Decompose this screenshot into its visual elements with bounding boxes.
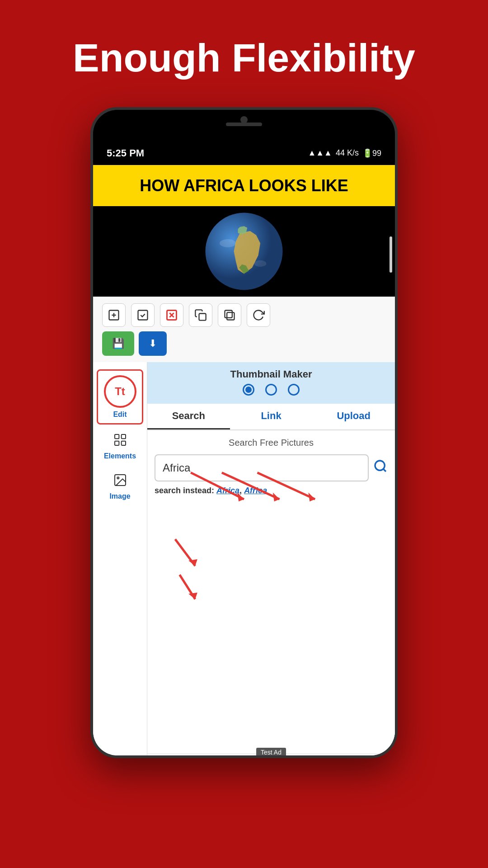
save-button[interactable]: 💾 <box>102 331 134 356</box>
search-instead-link-1[interactable]: Africa <box>216 486 239 495</box>
svg-point-3 <box>220 239 236 247</box>
sidebar-item-image-label: Image <box>109 492 130 500</box>
banner: HOW AFRICA LOOKS LIKE <box>93 165 395 206</box>
svg-rect-18 <box>115 441 119 445</box>
status-bar: 5:25 PM ▲▲▲ 44 K/s 🔋99 <box>93 142 395 165</box>
phone-frame: 5:25 PM ▲▲▲ 44 K/s 🔋99 HOW AFRICA LOOKS … <box>90 107 398 758</box>
refresh-button[interactable] <box>247 303 270 327</box>
earth-image-area <box>93 206 395 297</box>
main-content: Tt Edit Elements <box>93 362 395 755</box>
phone-speaker <box>226 123 262 126</box>
earth-globe <box>203 211 285 292</box>
banner-text: HOW AFRICA LOOKS LIKE <box>102 176 386 195</box>
status-battery: 🔋99 <box>362 148 381 158</box>
svg-rect-16 <box>115 434 119 439</box>
ad-bar: Test Ad Nice job! This is a 468x60 test … <box>147 754 395 755</box>
svg-rect-15 <box>225 310 232 317</box>
tab-upload[interactable]: Upload <box>312 404 395 429</box>
copy-button[interactable] <box>189 303 212 327</box>
thumbnail-maker-label: Thumbnail Maker <box>147 362 395 384</box>
tab-link[interactable]: Link <box>230 404 313 429</box>
edit-icon: Tt <box>115 385 125 398</box>
search-submit-button[interactable] <box>373 459 388 477</box>
sidebar-item-elements-label: Elements <box>104 452 136 460</box>
radio-search[interactable] <box>243 384 254 396</box>
svg-rect-19 <box>121 441 125 445</box>
page-title: Enough Flexibility <box>55 36 433 80</box>
status-right: ▲▲▲ 44 K/s 🔋99 <box>308 148 381 158</box>
svg-rect-13 <box>199 313 206 320</box>
sidebar-item-image[interactable]: Image <box>93 468 147 505</box>
right-panel: Thumbnail Maker S <box>147 362 395 755</box>
search-input-row <box>155 454 388 481</box>
search-panel: Search Free Pictures search instead: Af <box>147 430 395 754</box>
tabs: Search Link Upload <box>147 404 395 430</box>
search-input[interactable] <box>155 454 369 481</box>
search-free-pictures-label: Search Free Pictures <box>155 438 388 448</box>
toolbar-row2: 💾 ⬇ <box>102 331 386 356</box>
svg-line-23 <box>383 469 386 472</box>
search-instead-link-2[interactable]: Africa <box>244 486 267 495</box>
download-button[interactable]: ⬇ <box>139 331 167 356</box>
svg-rect-17 <box>121 434 125 439</box>
radio-circle-search <box>243 384 254 396</box>
svg-point-22 <box>375 461 385 470</box>
radio-circle-upload <box>288 384 300 396</box>
phone-screen: HOW AFRICA LOOKS LIKE <box>93 165 395 755</box>
duplicate-button[interactable] <box>218 303 241 327</box>
svg-rect-9 <box>138 310 148 320</box>
radio-link[interactable] <box>265 384 277 396</box>
sidebar-item-edit-label: Edit <box>113 410 127 419</box>
sidebar-item-edit[interactable]: Tt Edit <box>97 369 143 425</box>
svg-point-21 <box>117 477 119 479</box>
search-instead: search instead: Africa, Africa <box>155 486 388 495</box>
sidebar: Tt Edit Elements <box>93 362 147 755</box>
status-signal: ▲▲▲ <box>308 148 332 158</box>
delete-image-button[interactable] <box>160 303 183 327</box>
add-image-button[interactable] <box>102 303 126 327</box>
status-data: 44 K/s <box>336 148 359 158</box>
radio-group <box>147 384 395 400</box>
radio-circle-link <box>265 384 277 396</box>
radio-upload[interactable] <box>288 384 300 396</box>
edit-circle-indicator: Tt <box>104 375 136 408</box>
phone-top-bar <box>93 110 395 142</box>
ad-label: Test Ad <box>256 748 286 755</box>
phone-scrollbar <box>389 236 392 273</box>
tab-search[interactable]: Search <box>147 404 230 429</box>
select-image-button[interactable] <box>131 303 155 327</box>
toolbar-row1 <box>102 303 386 327</box>
svg-rect-14 <box>227 312 234 320</box>
sidebar-item-elements[interactable]: Elements <box>93 428 147 465</box>
toolbar: 💾 ⬇ <box>93 297 395 362</box>
status-time: 5:25 PM <box>107 147 144 159</box>
svg-point-4 <box>254 260 267 267</box>
